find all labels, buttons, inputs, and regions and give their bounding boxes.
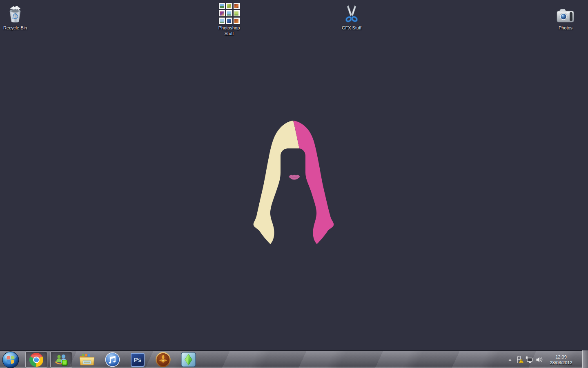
clock-date: 28/03/2012 xyxy=(550,360,572,366)
camera-icon xyxy=(556,7,575,24)
tray-volume[interactable] xyxy=(535,351,544,368)
taskbar-button-swtor[interactable] xyxy=(154,351,172,368)
flag-warning-icon xyxy=(516,356,524,364)
swtor-emblem-icon xyxy=(156,352,171,367)
tray-clock[interactable]: 12:39 28/03/2012 xyxy=(546,351,577,368)
taskbar-button-photoshop[interactable]: Ps xyxy=(129,351,146,368)
chevron-up-icon xyxy=(507,357,513,363)
label-line-1: Photoshop xyxy=(218,25,240,30)
windows-start-orb-icon xyxy=(2,351,19,368)
speaker-icon xyxy=(536,356,543,363)
taskbar-button-explorer[interactable] xyxy=(78,351,96,368)
photoshop-glyph: Ps xyxy=(134,356,141,363)
chrome-icon xyxy=(29,353,43,367)
desktop-icon-photoshop-stuff[interactable]: Photoshop Stuff xyxy=(211,2,247,36)
desktop-icon-label: Photos xyxy=(547,25,584,31)
taskbar-button-messenger[interactable] xyxy=(50,352,72,368)
label-line-2: Stuff xyxy=(225,31,234,36)
explorer-folder-icon xyxy=(79,353,95,366)
desktop-icon-gfx-stuff[interactable]: GFX Stuff xyxy=(333,2,370,31)
desktop-icon-label: Photoshop Stuff xyxy=(211,25,247,36)
sims-plumbob-icon xyxy=(181,352,196,367)
desktop-icon-photos[interactable]: Photos xyxy=(547,2,584,31)
taskbar-button-itunes[interactable] xyxy=(104,351,121,368)
photo-stack-icon xyxy=(219,3,240,24)
itunes-icon xyxy=(105,352,120,367)
network-icon xyxy=(526,356,534,364)
windows-desktop: { "wallpaper": { "background_color": "#3… xyxy=(0,0,588,368)
recycle-bin-icon xyxy=(6,4,24,24)
tray-show-hidden-icons[interactable] xyxy=(506,351,514,368)
desktop-icon-label: Recycle Bin xyxy=(0,25,33,31)
desktop-icon-label: GFX Stuff xyxy=(333,25,370,31)
desktop-icon-recycle-bin[interactable]: Recycle Bin xyxy=(0,2,33,31)
tray-action-center[interactable] xyxy=(515,351,524,368)
show-desktop-button[interactable] xyxy=(582,350,588,368)
messenger-buddies-icon xyxy=(55,353,68,366)
clock-time: 12:39 xyxy=(555,354,567,360)
taskbar: Ps xyxy=(0,350,588,368)
wallpaper-figure xyxy=(252,118,336,248)
tray-network[interactable] xyxy=(525,351,534,368)
desktop: Recycle Bin Photoshop Stuff xyxy=(0,0,588,350)
scissors-icon xyxy=(343,4,360,24)
photoshop-ps-icon: Ps xyxy=(131,353,145,367)
hair-left xyxy=(254,121,299,244)
taskbar-button-chrome[interactable] xyxy=(25,352,47,368)
hair-right xyxy=(293,121,334,244)
taskbar-button-sims[interactable] xyxy=(180,351,197,368)
start-button[interactable] xyxy=(2,351,20,368)
